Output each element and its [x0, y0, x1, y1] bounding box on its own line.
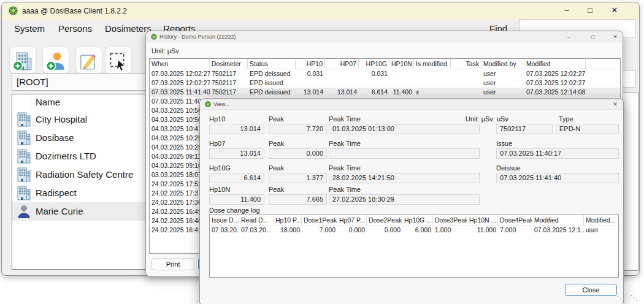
column-header[interactable]: Is modified [414, 59, 451, 69]
column-header[interactable]: Status [248, 59, 296, 69]
table-cell: EPD issued [248, 78, 296, 88]
column-header[interactable]: Hp10N ... [467, 215, 498, 225]
hp10g-field[interactable]: 6.614 [209, 173, 264, 183]
menu-item-system[interactable]: System [14, 23, 45, 34]
column-header[interactable]: Hp10 P... [274, 215, 302, 225]
history-titlebar[interactable]: History - Demo Person (22222) – □ ✕ [146, 31, 623, 42]
minimize-button[interactable]: – [560, 6, 573, 15]
hp07-peak-time-field[interactable] [329, 148, 480, 159]
table-cell [389, 78, 414, 88]
add-person-icon [45, 51, 66, 72]
table-cell: user [584, 226, 619, 235]
table-header-row: WhenDosimeterStatusHP10HP07HP10GHP10NIs … [150, 59, 620, 69]
column-header[interactable]: Hp10G ... [402, 215, 433, 225]
column-header[interactable]: HP10G [359, 59, 389, 69]
table-cell: 0.000 [367, 226, 402, 235]
column-header[interactable]: Dosimeter [210, 59, 248, 69]
minimize-button[interactable]: – [563, 34, 574, 40]
building-icon [16, 112, 32, 127]
column-header[interactable]: Modified by [481, 59, 524, 69]
column-header[interactable]: Modified... [584, 215, 619, 225]
table-cell: 0.000 [337, 226, 367, 235]
hp10-label: Hp10 [209, 115, 264, 123]
edit-icon [79, 51, 99, 72]
unit-label: Unit: µSv [151, 47, 179, 55]
table-row[interactable]: 07.03.20...07.03.20...18.0007.0000.0000.… [210, 226, 618, 235]
close-button[interactable]: ✕ [610, 34, 621, 40]
table-cell: 07.03.2025 11:41:40 [150, 88, 210, 97]
name-column-header[interactable]: Name [36, 97, 60, 107]
column-header[interactable]: Dose2Peak [367, 215, 402, 225]
maximize-button[interactable]: □ [583, 6, 597, 15]
view-titlebar[interactable]: View... ✕ [200, 99, 623, 110]
edit-button[interactable] [75, 47, 102, 74]
hp10n-field[interactable]: 11.400 [209, 194, 264, 205]
close-button[interactable]: ✕ [608, 6, 621, 15]
table-cell [586, 88, 621, 97]
table-cell: 07.03.2025 12:14:08 [524, 88, 586, 97]
type-field[interactable]: EPD-N [556, 124, 619, 134]
column-header[interactable]: Modified [524, 59, 586, 69]
table-cell [414, 78, 451, 88]
table-cell: 13.014 [325, 88, 359, 97]
main-titlebar[interactable]: aaaa @ DosiBase Client 1.8.2.2 – □ ✕ [2, 2, 639, 20]
column-header[interactable]: Task [451, 59, 481, 69]
hp10n-peak-field[interactable]: 7.665 [269, 194, 327, 205]
list-item-label: Marie Curie [36, 206, 83, 216]
view-close-button[interactable]: Close [565, 284, 617, 296]
hp10-peak-time-field[interactable]: 01.03.2025 01:13:00 [329, 124, 480, 134]
view-window-title: View... [213, 101, 229, 107]
table-cell: 07.03.2025 12:1... [532, 226, 584, 235]
issue-field[interactable]: 07.03.2025 11:40:17 [496, 148, 619, 159]
table-cell: 1.000 [433, 226, 467, 235]
dosimeter-field[interactable]: 7502117 [496, 124, 553, 134]
hp10g-peak-field[interactable]: 1.377 [269, 173, 327, 183]
table-row[interactable]: 07.03.2025 11:41:407502117EPD deissued13… [150, 88, 620, 97]
resize-grip[interactable]: ⋱ [617, 295, 624, 303]
list-item-label: Radiation Safety Centre [36, 169, 133, 180]
column-header[interactable]: Hp07 P... [337, 215, 367, 225]
select-button[interactable] [105, 47, 132, 74]
table-cell: 07.03.2025 12:02:27 [150, 78, 210, 88]
maximize-button[interactable]: □ [588, 34, 599, 40]
add-organization-button[interactable] [9, 47, 36, 74]
app-logo-icon [151, 34, 157, 40]
table-cell: user [481, 88, 524, 97]
column-header[interactable]: Issue D... [210, 215, 239, 225]
peak-time-label: Peak Time [329, 140, 480, 147]
hp10g-peak-time-field[interactable]: 28.02.2025 14:21:50 [329, 173, 480, 183]
building-icon [16, 185, 32, 201]
column-header[interactable]: When [150, 59, 210, 69]
add-person-button[interactable] [42, 47, 69, 74]
deissue-field[interactable]: 07.03.2025 11:41:40 [496, 173, 619, 183]
menu-item-dosimeters[interactable]: Dosimeters [105, 23, 151, 34]
add-organization-icon [12, 51, 33, 72]
column-header[interactable]: Dose4Peak [498, 215, 532, 225]
column-header[interactable]: Dose1Peak [302, 215, 337, 225]
hp07-peak-field[interactable]: 0.000 [269, 148, 327, 159]
table-cell: 07.03.20... [239, 226, 274, 235]
hp10-peak-field[interactable]: 7.720 [269, 124, 327, 134]
unit-label: Unit: µSv: uSv [466, 115, 508, 123]
column-header[interactable]: Modified [532, 215, 584, 225]
menu-item-persons[interactable]: Persons [58, 23, 92, 34]
column-header[interactable] [586, 59, 621, 69]
peak-label: Peak [269, 164, 327, 172]
table-cell: 0.031 [296, 69, 325, 78]
table-row[interactable]: 07.03.2025 12:02:277502117EPD issueduser… [150, 78, 620, 88]
column-header[interactable]: Read D... [239, 215, 274, 225]
table-cell: EPD deissued [248, 69, 296, 78]
column-header[interactable]: Dose3Peak [433, 215, 467, 225]
table-cell: 7.000 [498, 226, 532, 235]
hp10-field[interactable]: 13.014 [209, 124, 264, 134]
column-header[interactable]: HP07 [325, 59, 359, 69]
hp07-field[interactable]: 13.014 [209, 148, 264, 159]
column-header[interactable]: HP10 [296, 59, 325, 69]
hp10n-peak-time-field[interactable]: 27.02.2025 18:30:29 [329, 194, 480, 205]
column-header[interactable]: HP10N [389, 59, 414, 69]
table-cell: 7502117 [210, 88, 248, 97]
close-button[interactable]: ✕ [610, 101, 621, 107]
print-button[interactable]: Print [151, 258, 194, 270]
table-row[interactable]: 07.03.2025 12:02:277502117EPD deissued0.… [150, 69, 620, 78]
peak-time-label: Peak Time [329, 115, 480, 123]
